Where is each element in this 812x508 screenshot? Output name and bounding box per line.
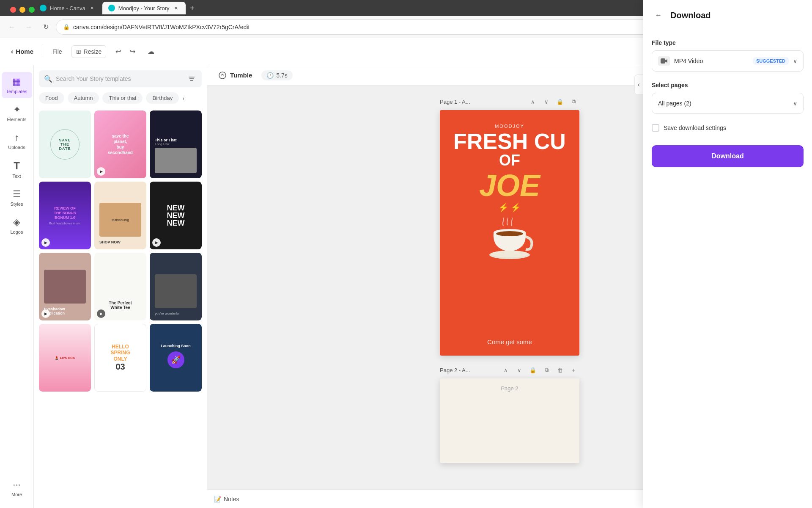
address-bar[interactable]: 🔒 canva.com/design/DAFNVetRTV8/J1WoMZtkP… <box>56 19 699 35</box>
page2-lock-button[interactable]: 🔒 <box>527 364 539 376</box>
search-input[interactable] <box>56 75 183 82</box>
page-1-canvas[interactable]: MOODJOY FRESH CU OF JOE ⚡ ⚡ <box>440 110 579 356</box>
home-button[interactable]: ‹ Home <box>7 45 38 58</box>
time-indicator[interactable]: 🕐 5.7s <box>261 70 292 80</box>
window-close-button[interactable] <box>10 7 16 13</box>
undo-button[interactable]: ↩ <box>111 45 125 58</box>
page-2-label-bar: Page 2 - A... ∧ ∨ 🔒 ⧉ 🗑 + <box>440 364 579 376</box>
back-button[interactable]: ← <box>5 20 19 34</box>
download-back-button[interactable]: ← <box>652 8 665 22</box>
category-food[interactable]: Food <box>39 92 64 104</box>
page2-add-button[interactable]: + <box>568 364 579 376</box>
home-label: Home <box>16 48 33 55</box>
resize-icon: ⊞ <box>76 48 81 55</box>
checkbox-input[interactable] <box>652 124 659 132</box>
page-lock-button[interactable]: 🔒 <box>554 96 566 108</box>
template-card[interactable]: Launching Soon 🚀 <box>150 324 202 392</box>
template-card[interactable]: save theplanet,buysecondhand ▶ <box>94 110 146 178</box>
play-indicator: ▶ <box>152 238 161 247</box>
tab-close-canva[interactable]: ✕ <box>173 5 180 11</box>
redo-button[interactable]: ↪ <box>126 45 139 58</box>
transition-button[interactable]: Tumble <box>214 69 256 81</box>
template-card[interactable]: fashion img SHOP NOW <box>94 182 146 249</box>
play-indicator: ▶ <box>41 309 50 318</box>
clock-icon: 🕐 <box>266 72 274 79</box>
page-up-button[interactable]: ∧ <box>527 96 539 108</box>
browser-tab-home[interactable]: Home - Canva ✕ <box>34 2 102 14</box>
sidebar-label-text: Text <box>12 174 21 179</box>
template-card[interactable]: EyeshadowApplication ▶ <box>39 253 91 320</box>
download-button-label: Download <box>711 152 743 160</box>
lightning-icon-1: ⚡ <box>498 202 509 213</box>
download-content: File type MP4 Video SUGGESTED ∨ Select p… <box>643 29 812 508</box>
left-sidebar: ▦ Templates ✦ Elements ↑ Uploads T Text … <box>0 65 34 508</box>
select-pages-value: All pages (2) <box>658 100 789 107</box>
sidebar-item-templates[interactable]: ▦ Templates <box>2 72 32 98</box>
template-card[interactable]: REVIEW OFTHE SONUSBONUM 1.0 Best headpho… <box>39 182 91 249</box>
sidebar-label-more: More <box>11 492 22 497</box>
new-tab-button[interactable]: + <box>187 2 198 14</box>
save-settings-checkbox[interactable]: Save download settings <box>652 124 804 132</box>
sidebar-item-logos[interactable]: ◈ Logos <box>2 213 32 239</box>
sidebar-label-templates: Templates <box>6 89 27 94</box>
sidebar-item-text[interactable]: T Text <box>2 156 32 183</box>
text-icon: T <box>14 160 20 172</box>
sidebar-item-more[interactable]: ··· More <box>2 475 32 501</box>
browser-tab-canva[interactable]: Moodjoy - Your Story ✕ <box>102 2 186 14</box>
window-maximize-button[interactable] <box>29 7 35 13</box>
sidebar-item-styles[interactable]: ☰ Styles <box>2 185 32 211</box>
play-indicator: ▶ <box>97 167 105 176</box>
template-card[interactable]: The PerfectWhite Tee ▶ <box>94 253 146 320</box>
page-2-canvas[interactable]: Page 2 <box>440 378 579 463</box>
file-type-select[interactable]: MP4 Video SUGGESTED ∨ <box>652 50 804 72</box>
category-autumn[interactable]: Autumn <box>68 92 99 104</box>
category-this-or-that[interactable]: This or that <box>102 92 143 104</box>
svg-rect-11 <box>661 58 665 64</box>
suggested-badge: SUGGESTED <box>753 57 789 65</box>
address-text: canva.com/design/DAFNVetRTV8/J1WoMZtkPXc… <box>73 24 250 30</box>
category-more-button[interactable]: › <box>182 92 184 104</box>
window-minimize-button[interactable] <box>19 7 25 13</box>
forward-button[interactable]: → <box>22 20 36 34</box>
tab-close-home[interactable]: ✕ <box>89 5 96 11</box>
page-down-button[interactable]: ∨ <box>540 96 552 108</box>
download-title: Download <box>670 11 711 20</box>
template-card[interactable]: 💄 LIPSTICK <box>39 324 91 392</box>
notes-button[interactable]: 📝 Notes <box>214 496 239 502</box>
category-tabs: Food Autumn This or that Birthday › <box>34 91 207 107</box>
template-card[interactable]: SAVE THE DATE <box>39 110 91 178</box>
page2-up-button[interactable]: ∧ <box>500 364 512 376</box>
page2-duplicate-button[interactable]: ⧉ <box>540 364 552 376</box>
download-button[interactable]: Download <box>652 145 804 167</box>
category-birthday[interactable]: Birthday <box>146 92 179 104</box>
select-pages-select[interactable]: All pages (2) ∨ <box>652 93 804 114</box>
time-label: 5.7s <box>276 72 287 79</box>
filter-button[interactable] <box>187 74 197 84</box>
template-search-area: 🔍 <box>34 65 207 91</box>
save-to-cloud-button[interactable]: ☁ <box>144 45 158 58</box>
tab-favicon-home <box>40 5 47 11</box>
chevron-down-icon: ∨ <box>793 58 797 64</box>
template-card[interactable]: NEWNEWNEW ▶ <box>150 182 202 249</box>
hide-panel-button[interactable]: ‹ <box>634 86 643 95</box>
search-box[interactable]: 🔍 <box>39 70 202 87</box>
sidebar-label-elements: Elements <box>7 117 27 122</box>
template-card[interactable]: you're wonderful <box>150 253 202 320</box>
page2-delete-button[interactable]: 🗑 <box>554 364 566 376</box>
resize-button[interactable]: ⊞ Resize <box>71 45 107 58</box>
template-card[interactable]: This or That Long Hair <box>150 110 202 178</box>
play-indicator: ▶ <box>97 309 105 318</box>
file-type-label: File type <box>652 39 804 46</box>
svg-point-9 <box>491 251 528 257</box>
file-menu-button[interactable]: File <box>48 46 66 58</box>
reload-button[interactable]: ↻ <box>39 20 52 34</box>
template-card[interactable]: HELLOSPRINGONLY 03 <box>94 324 146 392</box>
sidebar-item-elements[interactable]: ✦ Elements <box>2 100 32 126</box>
lightning-icons: ⚡ ⚡ <box>498 202 521 213</box>
page-duplicate-button[interactable]: ⧉ <box>568 96 579 108</box>
elements-icon: ✦ <box>13 104 21 115</box>
coffee-headline-1: FRESH CU <box>453 130 566 152</box>
sidebar-item-uploads[interactable]: ↑ Uploads <box>2 128 32 154</box>
page2-down-button[interactable]: ∨ <box>513 364 525 376</box>
template-panel: 🔍 Food Autumn This or that Birthday › SA… <box>34 65 207 508</box>
